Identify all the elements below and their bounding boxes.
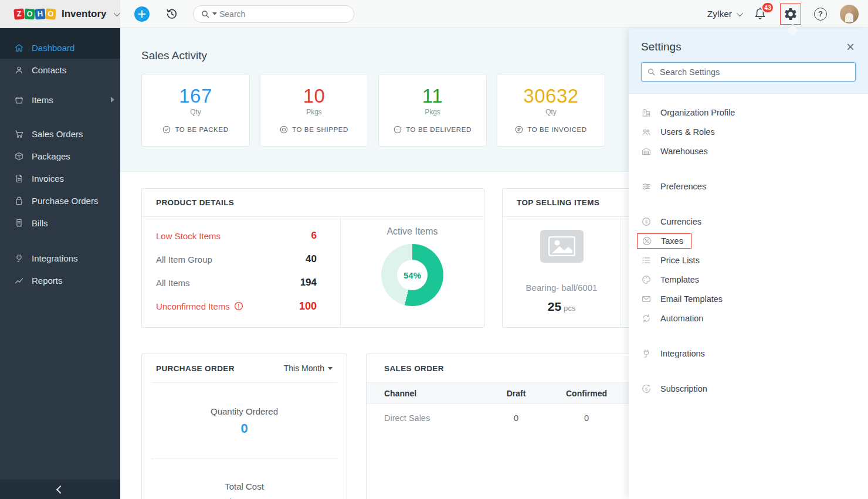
sidebar-item-bills[interactable]: Bills xyxy=(0,212,120,234)
all-item-group-value: 40 xyxy=(306,253,317,265)
metric-unit: Pkgs xyxy=(306,108,322,116)
sidebar-item-label: Purchase Orders xyxy=(32,196,98,206)
item-qty-unit: pcs xyxy=(564,304,575,313)
settings-item-currencies[interactable]: $ Currencies xyxy=(641,212,868,231)
settings-item-preferences[interactable]: Preferences xyxy=(641,176,868,196)
settings-item-organization-profile[interactable]: Organization Profile xyxy=(641,103,868,122)
notifications-button[interactable]: 43 xyxy=(753,6,767,22)
sidebar-item-label: Invoices xyxy=(32,174,64,184)
purchase-order-panel: PURCHASE ORDER This Month Quantity Order… xyxy=(141,354,347,499)
settings-item-price-lists[interactable]: Price Lists xyxy=(641,250,868,270)
sidebar-item-label: Sales Orders xyxy=(32,129,83,139)
settings-group-subscription: $ Subscription xyxy=(641,379,868,398)
unconfirmed-items-value: 100 xyxy=(299,300,317,313)
sidebar-item-packages[interactable]: Packages xyxy=(0,145,120,167)
stat-row-low-stock: Low Stock Items 6 xyxy=(156,224,317,247)
global-search-input[interactable] xyxy=(219,9,347,19)
chevron-down-icon xyxy=(737,9,743,16)
recent-history-button[interactable] xyxy=(165,7,179,21)
close-icon[interactable]: × xyxy=(845,40,856,54)
settings-item-automation[interactable]: Automation xyxy=(641,308,868,328)
sidebar-item-items[interactable]: Items xyxy=(0,89,120,111)
image-icon xyxy=(548,236,575,256)
quick-create-button[interactable] xyxy=(134,6,150,22)
settings-item-label: Preferences xyxy=(660,182,706,191)
card-to-be-packed[interactable]: 167 Qty TO BE PACKED xyxy=(141,74,250,147)
dropdown-caret-icon xyxy=(328,367,333,370)
metric-value: 30632 xyxy=(523,86,578,106)
column-header-draft: Draft xyxy=(484,389,548,398)
column-header-channel: Channel xyxy=(367,389,484,398)
sidebar-item-label: Packages xyxy=(32,151,70,161)
integrations-plug-icon xyxy=(14,253,24,263)
search-scope-caret-icon[interactable] xyxy=(212,12,217,15)
sidebar-item-integrations[interactable]: Integrations xyxy=(0,247,120,269)
sales-activity-cards: 167 Qty TO BE PACKED 10 Pkgs TO BE SHIPP… xyxy=(141,74,605,147)
settings-item-email-templates[interactable]: Email Templates xyxy=(641,289,868,308)
settings-item-integrations[interactable]: Integrations xyxy=(641,344,868,363)
global-search[interactable] xyxy=(193,5,354,23)
product-details-stats: Low Stock Items 6 All Item Group 40 All … xyxy=(142,217,341,328)
app-logo[interactable]: ZOHO Inventory xyxy=(0,0,120,28)
all-items-link[interactable]: All Items xyxy=(156,278,190,288)
svg-text:$: $ xyxy=(645,219,648,225)
card-to-be-delivered[interactable]: 11 Pkgs TO BE DELIVERED xyxy=(378,74,487,147)
sidebar-collapse-button[interactable] xyxy=(0,480,120,499)
settings-item-taxes[interactable]: Taxes xyxy=(641,231,868,250)
purchase-order-title: PURCHASE ORDER xyxy=(156,364,235,373)
settings-item-warehouses[interactable]: Warehouses xyxy=(641,141,868,161)
sidebar-item-invoices[interactable]: Invoices xyxy=(0,167,120,189)
quantity-ordered-label: Quantity Ordered xyxy=(142,406,347,416)
settings-item-users-roles[interactable]: Users & Roles xyxy=(641,122,868,141)
top-selling-title: TOP SELLING ITEMS xyxy=(517,198,599,207)
sidebar-item-sales-orders[interactable]: Sales Orders xyxy=(0,123,120,145)
settings-item-label: Currencies xyxy=(660,217,701,226)
sales-order-title: SALES ORDER xyxy=(384,364,444,373)
all-item-group-link[interactable]: All Item Group xyxy=(156,254,212,264)
unconfirmed-items-label: Unconfirmed Items xyxy=(156,301,230,311)
unconfirmed-items-link[interactable]: Unconfirmed Items xyxy=(156,301,243,311)
card-to-be-shipped[interactable]: 10 Pkgs TO BE SHIPPED xyxy=(260,74,368,147)
notification-count-badge: 43 xyxy=(761,2,774,13)
metric-value: 10 xyxy=(303,86,326,106)
chevron-down-icon xyxy=(113,9,120,16)
sidebar-item-purchase-orders[interactable]: Purchase Orders xyxy=(0,189,120,212)
sales-order-table-header: Channel Draft Confirmed xyxy=(367,382,642,404)
sidebar-item-label: Items xyxy=(32,95,53,105)
package-box-icon xyxy=(14,151,24,161)
stat-row-all-items: All Items 194 xyxy=(156,271,317,294)
card-to-be-invoiced[interactable]: 30632 Qty TO BE INVOICED xyxy=(497,74,605,147)
settings-item-templates[interactable]: Templates xyxy=(641,270,868,289)
metric-unit: Qty xyxy=(190,108,201,116)
red-annotation-box: Taxes xyxy=(637,233,691,249)
settings-search-input[interactable] xyxy=(660,67,850,77)
settings-item-subscription[interactable]: $ Subscription xyxy=(641,379,868,398)
warehouse-icon xyxy=(641,146,652,157)
top-selling-item[interactable]: Bearing- ball/6001 25pcs xyxy=(503,217,621,314)
users-icon xyxy=(641,127,652,137)
settings-group-finance: $ Currencies Taxes Price Lists Templates… xyxy=(641,212,868,328)
user-avatar[interactable] xyxy=(840,5,859,23)
settings-item-label: Integrations xyxy=(660,349,705,358)
settings-button[interactable] xyxy=(780,4,801,25)
invoice-document-icon xyxy=(14,174,24,184)
low-stock-items-link[interactable]: Low Stock Items xyxy=(156,231,221,241)
period-dropdown[interactable]: This Month xyxy=(284,364,333,373)
period-value: This Month xyxy=(284,364,324,373)
column-header-confirmed: Confirmed xyxy=(548,389,625,398)
plus-icon xyxy=(138,10,146,18)
settings-search[interactable] xyxy=(641,62,856,82)
sidebar-item-dashboard[interactable]: Dashboard xyxy=(0,36,120,59)
metric-label: TO BE DELIVERED xyxy=(406,126,472,133)
active-items-chart: Active Items 54% xyxy=(341,217,484,328)
settings-list: Organization Profile Users & Roles Wareh… xyxy=(629,94,868,398)
organization-switcher[interactable]: Zylker xyxy=(707,9,741,19)
product-details-title: PRODUCT DETAILS xyxy=(156,198,234,207)
sidebar-item-reports[interactable]: Reports xyxy=(0,269,120,291)
metric-label: TO BE INVOICED xyxy=(527,126,586,133)
search-icon xyxy=(647,67,656,76)
help-button[interactable]: ? xyxy=(814,8,827,21)
settings-group-org: Organization Profile Users & Roles Wareh… xyxy=(641,103,868,161)
settings-item-label: Price Lists xyxy=(660,256,700,265)
sidebar-item-contacts[interactable]: Contacts xyxy=(0,59,120,81)
